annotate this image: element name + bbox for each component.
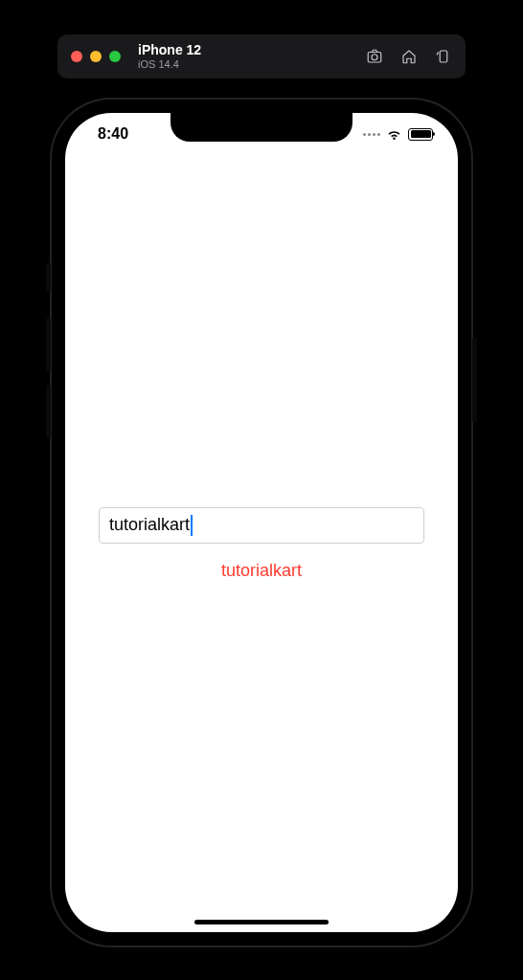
text-input-value: tutorialkart (109, 515, 190, 535)
home-icon[interactable] (400, 48, 418, 65)
phone-frame: 8:40 tutorialkart tutorialkart (52, 100, 471, 946)
status-indicators (363, 128, 433, 141)
simulator-device-name: iPhone 12 (138, 43, 201, 57)
svg-rect-0 (368, 53, 381, 63)
battery-icon (408, 128, 433, 141)
status-time: 8:40 (90, 125, 128, 143)
app-content: tutorialkart tutorialkart (65, 155, 458, 932)
mute-switch[interactable] (46, 262, 51, 291)
notch (171, 113, 352, 142)
screenshot-icon[interactable] (366, 48, 383, 65)
minimize-window-button[interactable] (90, 51, 102, 62)
text-input[interactable]: tutorialkart (99, 507, 424, 544)
power-button[interactable] (472, 337, 477, 423)
simulator-actions (366, 48, 452, 65)
close-window-button[interactable] (71, 51, 82, 62)
simulator-os-version: iOS 14.4 (138, 58, 201, 70)
svg-rect-2 (440, 51, 447, 62)
home-indicator[interactable] (194, 920, 329, 924)
text-cursor (191, 515, 193, 536)
volume-down-button[interactable] (46, 385, 51, 438)
rotate-icon[interactable] (435, 48, 452, 65)
phone-screen: 8:40 tutorialkart tutorialkart (65, 113, 458, 932)
volume-up-button[interactable] (46, 318, 51, 371)
wifi-icon (386, 128, 402, 141)
cellular-icon (363, 133, 380, 136)
svg-point-1 (372, 55, 377, 60)
echo-label: tutorialkart (221, 561, 302, 581)
simulator-titlebar: iPhone 12 iOS 14.4 (57, 34, 466, 78)
simulator-title-block: iPhone 12 iOS 14.4 (138, 43, 201, 69)
window-controls (71, 51, 121, 62)
fullscreen-window-button[interactable] (109, 51, 121, 62)
